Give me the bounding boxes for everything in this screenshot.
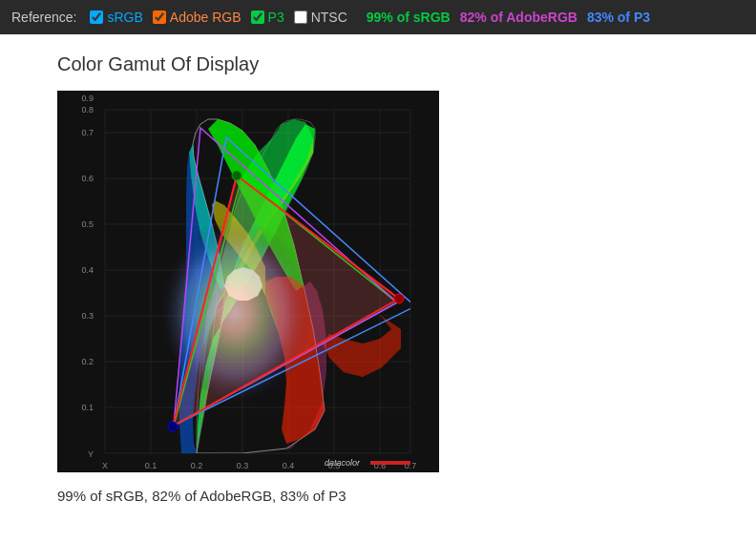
svg-text:Y: Y <box>88 449 94 459</box>
svg-text:0.9: 0.9 <box>81 94 94 103</box>
svg-text:0.4: 0.4 <box>81 265 94 275</box>
srgb-label: sRGB <box>107 10 142 25</box>
p3-label: P3 <box>268 10 284 25</box>
chart-container: Y 0.1 0.2 0.3 0.4 0.5 0.6 0.7 0.8 0.9 X … <box>57 91 439 472</box>
page-title: Color Gamut Of Display <box>57 53 699 75</box>
checkbox-ntsc[interactable]: NTSC <box>294 10 347 25</box>
srgb-checkbox[interactable] <box>90 10 103 24</box>
svg-point-56 <box>394 294 404 303</box>
stat-adobe: 82% of AdobeRGB <box>460 10 578 25</box>
svg-point-55 <box>232 171 242 180</box>
svg-text:0.2: 0.2 <box>81 357 94 366</box>
svg-text:datacolor: datacolor <box>325 458 361 468</box>
checkbox-srgb[interactable]: sRGB <box>90 10 142 25</box>
svg-text:0.7: 0.7 <box>81 128 94 137</box>
svg-text:0.4: 0.4 <box>283 461 295 470</box>
summary-text: 99% of sRGB, 82% of AdobeRGB, 83% of P3 <box>57 488 699 504</box>
svg-text:0.2: 0.2 <box>191 461 203 470</box>
svg-text:0.3: 0.3 <box>237 461 249 470</box>
svg-text:X: X <box>102 461 108 470</box>
ntsc-label: NTSC <box>311 10 347 25</box>
gamut-chart: Y 0.1 0.2 0.3 0.4 0.5 0.6 0.7 0.8 0.9 X … <box>57 91 439 472</box>
adobe-label: Adobe RGB <box>170 10 242 25</box>
svg-text:0.8: 0.8 <box>81 105 94 115</box>
stat-srgb: 99% of sRGB <box>367 10 451 25</box>
ref-label: Reference: <box>11 10 76 25</box>
main-content: Color Gamut Of Display <box>0 34 756 523</box>
adobe-checkbox[interactable] <box>153 10 166 24</box>
checkbox-adobe[interactable]: Adobe RGB <box>153 10 242 25</box>
svg-text:0.5: 0.5 <box>81 219 94 229</box>
checkbox-p3[interactable]: P3 <box>251 10 284 25</box>
svg-text:0.3: 0.3 <box>81 311 94 321</box>
p3-checkbox[interactable] <box>251 10 264 24</box>
stat-p3: 83% of P3 <box>587 10 650 25</box>
reference-bar: Reference: sRGB Adobe RGB P3 NTSC 99% of… <box>0 0 756 34</box>
ntsc-checkbox[interactable] <box>294 10 307 24</box>
svg-text:0.1: 0.1 <box>145 461 158 470</box>
svg-text:0.1: 0.1 <box>81 403 94 412</box>
svg-text:0.6: 0.6 <box>81 174 94 183</box>
svg-point-57 <box>168 422 178 431</box>
